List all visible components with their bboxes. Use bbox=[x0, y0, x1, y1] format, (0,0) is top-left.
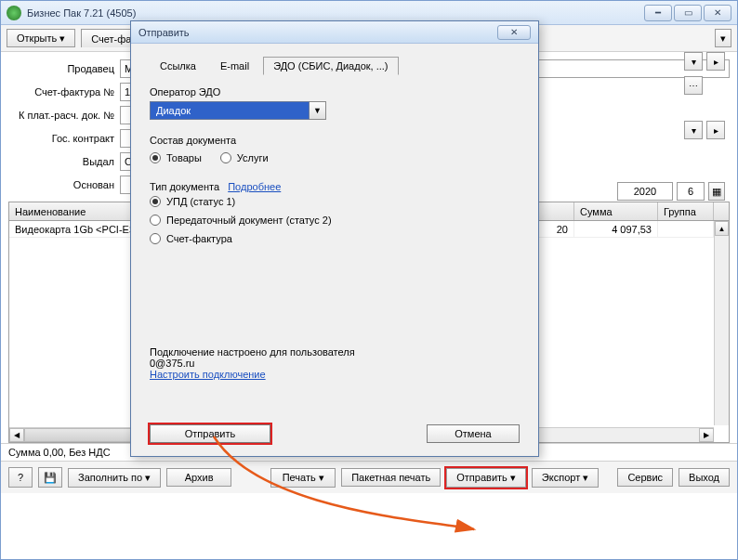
send-dialog: Отправить ✕ Ссылка E-mail ЭДО (СБИС, Диа… bbox=[130, 20, 539, 457]
more-link[interactable]: Подробнее bbox=[228, 181, 281, 192]
operator-combo[interactable]: Диадок ▼ bbox=[150, 101, 326, 120]
send-button[interactable]: Отправить ▾ bbox=[446, 468, 526, 488]
pay-doc-label: К плат.-расч. док. № bbox=[8, 110, 120, 121]
dialog-cancel-button[interactable]: Отмена bbox=[427, 424, 520, 443]
go-button-1[interactable]: ▸ bbox=[706, 52, 725, 71]
go-button-2[interactable]: ▸ bbox=[706, 121, 725, 139]
more-button-1[interactable]: ⋯ bbox=[684, 76, 703, 95]
app-icon bbox=[7, 6, 21, 20]
invoice-no-label: Счет-фактура № bbox=[8, 86, 120, 98]
open-button[interactable]: Открыть ▾ bbox=[7, 29, 75, 47]
vertical-scrollbar[interactable]: ▲ bbox=[714, 221, 729, 425]
day-box[interactable]: 6 bbox=[677, 182, 705, 201]
radio-services[interactable]: Услуги bbox=[220, 152, 269, 163]
save-icon[interactable]: 💾 bbox=[38, 467, 62, 488]
window-title: Бизнес Пак 7.21 (4505) bbox=[27, 7, 644, 19]
scroll-up-button[interactable]: ▲ bbox=[715, 221, 729, 236]
maximize-button[interactable]: ▭ bbox=[674, 5, 702, 21]
dialog-close-button[interactable]: ✕ bbox=[497, 25, 531, 40]
composition-label: Состав документа bbox=[150, 135, 520, 146]
fill-by-button[interactable]: Заполнить по ▾ bbox=[68, 468, 161, 488]
bottom-toolbar: ? 💾 Заполнить по ▾ Архив Печать ▾ Пакетн… bbox=[1, 461, 737, 493]
radio-goods[interactable]: Товары bbox=[150, 152, 202, 163]
scroll-right-button[interactable]: ▶ bbox=[699, 428, 714, 442]
exit-button[interactable]: Выход bbox=[679, 468, 730, 487]
dialog-title: Отправить bbox=[138, 27, 497, 38]
connection-info: Подключение настроено для пользователя 0… bbox=[150, 346, 520, 380]
toolbar-menu-button[interactable]: ▾ bbox=[715, 29, 731, 47]
configure-connection-link[interactable]: Настроить подключение bbox=[150, 369, 266, 380]
col-sum[interactable]: Сумма bbox=[574, 202, 658, 220]
tab-link[interactable]: Ссылка bbox=[150, 57, 206, 75]
service-button[interactable]: Сервис bbox=[617, 468, 673, 487]
radio-transfer[interactable]: Передаточный документ (статус 2) bbox=[150, 215, 520, 226]
cell-sum: 4 097,53 bbox=[574, 221, 658, 237]
date-widgets: 2020 6 ▦ bbox=[617, 182, 725, 201]
tab-edo[interactable]: ЭДО (СБИС, Диадок, ...) bbox=[263, 57, 398, 75]
tab-email[interactable]: E-mail bbox=[210, 57, 259, 75]
dialog-titlebar: Отправить ✕ bbox=[131, 21, 538, 44]
year-box[interactable]: 2020 bbox=[617, 182, 673, 201]
scroll-left-button[interactable]: ◀ bbox=[9, 428, 24, 442]
col-group[interactable]: Группа bbox=[658, 202, 714, 220]
issued-label: Выдал bbox=[8, 156, 120, 167]
radio-upd[interactable]: УПД (статус 1) bbox=[150, 196, 520, 207]
operator-value: Диадок bbox=[150, 101, 310, 120]
batch-print-button[interactable]: Пакетная печать bbox=[341, 468, 441, 487]
calendar-icon[interactable]: ▦ bbox=[708, 182, 725, 201]
radio-dot-icon bbox=[220, 152, 231, 163]
print-button[interactable]: Печать ▾ bbox=[270, 468, 336, 488]
combo-arrow-1[interactable]: ▾ bbox=[684, 52, 703, 71]
archive-button[interactable]: Архив bbox=[166, 468, 231, 487]
export-button[interactable]: Экспорт ▾ bbox=[532, 468, 599, 488]
radio-dot-icon bbox=[150, 152, 161, 163]
doctype-label: Тип документа Подробнее bbox=[150, 181, 520, 192]
dialog-send-button[interactable]: Отправить bbox=[150, 424, 270, 443]
right-widgets: ▾▸ ⋯ ▾▸ bbox=[684, 52, 725, 139]
minimize-button[interactable]: ━ bbox=[644, 5, 672, 21]
gov-contract-label: Гос. контракт bbox=[8, 133, 120, 144]
radio-invoice[interactable]: Счет-фактура bbox=[150, 233, 520, 244]
chevron-down-icon[interactable]: ▼ bbox=[310, 101, 326, 120]
dialog-tabs: Ссылка E-mail ЭДО (СБИС, Диадок, ...) bbox=[150, 57, 520, 75]
radio-dot-icon bbox=[150, 215, 161, 226]
dialog-body: Ссылка E-mail ЭДО (СБИС, Диадок, ...) Оп… bbox=[131, 44, 538, 415]
combo-arrow-2[interactable]: ▾ bbox=[684, 121, 703, 139]
seller-label: Продавец bbox=[8, 63, 120, 74]
basis-label: Основан bbox=[8, 179, 120, 190]
radio-dot-icon bbox=[150, 233, 161, 244]
dialog-buttons: Отправить Отмена bbox=[131, 415, 538, 456]
close-button[interactable]: ✕ bbox=[704, 5, 731, 21]
cell-group bbox=[658, 221, 714, 237]
help-icon[interactable]: ? bbox=[8, 467, 33, 488]
operator-label: Оператор ЭДО bbox=[150, 86, 520, 98]
radio-dot-icon bbox=[150, 196, 161, 207]
